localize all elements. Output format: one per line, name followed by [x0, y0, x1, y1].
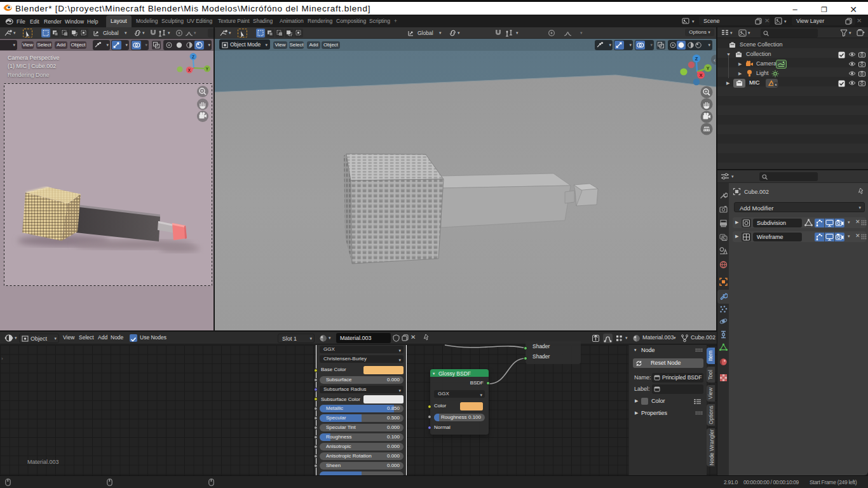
svg-text:Z: Z [695, 56, 698, 62]
svg-text:Z: Z [192, 55, 194, 59]
svg-text:X: X [188, 68, 191, 72]
svg-text:Y: Y [206, 67, 209, 71]
svg-text:Y: Y [706, 65, 709, 71]
svg-text:‹: ‹ [714, 57, 715, 64]
svg-text:X: X [699, 72, 702, 78]
svg-text:›: › [1, 116, 3, 121]
